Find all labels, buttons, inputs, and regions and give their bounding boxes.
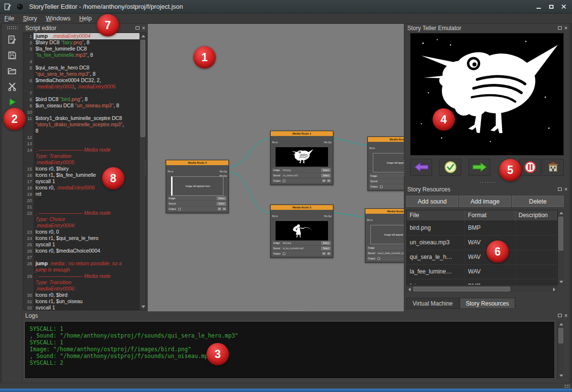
script-line[interactable]: 13 (24, 140, 139, 147)
app-menu-icon[interactable] (3, 2, 12, 11)
node-output-checkbox[interactable] (178, 208, 181, 210)
float-dock-icon[interactable] (558, 26, 562, 30)
scrollbar-thumb[interactable] (140, 40, 145, 137)
script-line[interactable]: 7 (24, 90, 139, 96)
script-line[interactable]: Type: Transition (24, 153, 139, 159)
pin-out[interactable]: Pin Out (324, 141, 331, 144)
script-line[interactable]: 27 (24, 254, 139, 260)
save-button[interactable] (5, 49, 19, 62)
pin-in[interactable]: Pin In (369, 147, 375, 150)
script-line[interactable]: "story1_drako_luminelle_sceptre.mp3", (24, 121, 139, 128)
media-node[interactable]: Media Node 4Pin InPin OutPin OutImage wi… (166, 160, 229, 213)
add-image-button[interactable]: Add image (459, 196, 511, 207)
float-dock-icon[interactable] (558, 314, 562, 317)
pin-in[interactable]: Pin In (272, 141, 278, 144)
float-dock-icon[interactable] (558, 187, 562, 191)
script-line[interactable]: 25syscall 1 (24, 241, 139, 248)
logs-output[interactable]: SYSCALL: 1, Sound: "/home/anthony/ostpro… (24, 321, 555, 379)
close-project-button[interactable] (5, 80, 19, 93)
script-line[interactable]: 11$story1_drako_luminelle_sceptre DC8 (24, 115, 139, 121)
script-line[interactable]: .mediaEntry0005: (24, 159, 139, 166)
node-output-checkbox[interactable] (378, 257, 380, 260)
script-line[interactable]: 8$bird DC8 "bird.png", 8 (24, 96, 139, 102)
script-line[interactable]: 29; -------------------------- Media nod… (24, 273, 139, 279)
script-line[interactable]: 5$qui_sera_le_hero DC8 (24, 65, 139, 71)
column-header-description[interactable]: Description (516, 210, 557, 221)
splitter-handle[interactable] (288, 309, 305, 312)
script-line[interactable]: 19ret (24, 191, 139, 197)
next-button[interactable] (468, 159, 490, 176)
script-line[interactable]: 30lcons r0, $bird (24, 292, 139, 298)
script-line[interactable]: 28jump .media ; no return possible, so a (24, 260, 139, 267)
node-output-checkbox[interactable] (283, 180, 285, 182)
close-dock-icon[interactable]: × (564, 313, 568, 319)
script-line[interactable]: "qui_sera_le_hero.mp3", 8 (24, 71, 139, 77)
node-output-checkbox[interactable] (283, 253, 285, 255)
node-sound-select-button[interactable]: Select (217, 202, 226, 205)
script-line[interactable]: 9$un_oiseau DC8 "un_oiseau.mp3", 8 (24, 102, 139, 109)
script-line[interactable]: jump is enough (24, 267, 139, 273)
script-line[interactable]: 4 (24, 58, 139, 65)
maximize-button[interactable] (545, 2, 557, 12)
node-image-select-button[interactable]: Select (321, 241, 330, 245)
resource-row[interactable]: un_oiseau.mp3WAV (407, 236, 557, 250)
resize-grip[interactable] (564, 384, 570, 389)
script-line[interactable]: 18lcons r0, .mediaEntry0006 (24, 185, 139, 191)
node-output-checkbox[interactable] (380, 186, 382, 188)
script-line[interactable]: 14; -------------------------- Media nod… (24, 147, 139, 153)
resource-row[interactable]: fairy.pngBMP (407, 279, 557, 285)
script-line[interactable]: "la_fee_luminelle.mp3", 8 (24, 52, 139, 58)
menu-story[interactable]: Story (18, 14, 41, 23)
script-line[interactable]: 26lcons r0, $mediaChoice0004 (24, 248, 139, 254)
resources-hscrollbar[interactable] (406, 286, 557, 292)
script-line[interactable]: .mediaEntry0006: (24, 286, 139, 292)
close-button[interactable]: ✕ (557, 2, 570, 12)
column-header-format[interactable]: Format (465, 210, 516, 221)
script-line[interactable]: 8 (24, 128, 139, 134)
logs-scrollbar[interactable] (557, 321, 564, 379)
script-line[interactable]: 6$mediaChoice0004 DC32, 2, (24, 77, 139, 84)
splitter-handle[interactable] (479, 181, 496, 184)
tab-story-resources[interactable]: Story Resources (460, 298, 516, 309)
script-line[interactable]: 20 (24, 197, 139, 204)
script-line[interactable]: 16lcons r1, $la_fee_luminelle (24, 172, 139, 178)
media-node[interactable]: Media Node 5Pin InPin OutImagefairy.pngS… (270, 205, 333, 258)
minimize-button[interactable] (532, 2, 545, 12)
delete-button[interactable]: Delete (512, 196, 564, 207)
column-header-file[interactable]: File (407, 210, 465, 221)
close-dock-icon[interactable]: × (564, 25, 568, 31)
open-button[interactable] (5, 64, 19, 78)
pin-in[interactable]: Pin In (367, 219, 373, 222)
script-line[interactable]: 15lcons r0, $fairy (24, 166, 139, 172)
prev-button[interactable] (410, 159, 432, 176)
script-line[interactable]: .mediaEntry0004: (24, 222, 139, 229)
menu-file[interactable]: File (0, 14, 18, 23)
pin-out[interactable]: Pin Out (324, 215, 331, 218)
media-node[interactable]: Media Node 1Pin InPin OutImagebird.pngSe… (270, 131, 333, 185)
node-canvas[interactable]: Media Node 4Pin InPin OutPin OutImage wi… (147, 24, 404, 311)
pin-in[interactable]: Pin In (168, 170, 173, 173)
float-dock-icon[interactable] (136, 26, 139, 30)
resources-vscrollbar[interactable] (557, 210, 564, 285)
script-line[interactable]: 21 (24, 204, 139, 210)
resource-row[interactable]: bird.pngBMP (407, 221, 557, 236)
toolbar-grip[interactable] (7, 26, 17, 29)
script-line[interactable]: 23lcons r0, 0 (24, 229, 139, 235)
media-node[interactable]: Media Node 3Pin InPin OutImage will appe… (365, 208, 404, 263)
node-sound-select-button[interactable]: Select (321, 247, 330, 250)
script-line[interactable]: 32syscall 1 (24, 305, 139, 310)
pin-out[interactable]: Pin Out (220, 170, 227, 173)
home-button[interactable] (542, 159, 564, 176)
close-dock-icon[interactable]: × (564, 187, 568, 192)
script-editor[interactable]: 1jump .mediaEntry00042$fairy DC8 "fairy.… (23, 33, 146, 310)
menu-help[interactable]: Help (75, 14, 96, 23)
node-image-select-button[interactable]: Select (321, 169, 330, 172)
script-line[interactable]: 3$la_fee_luminelle DC8 (24, 46, 139, 52)
tab-virtual-machine[interactable]: Virtual Machine (406, 298, 459, 309)
script-line[interactable]: 1jump .mediaEntry0004 (24, 33, 139, 39)
menu-windows[interactable]: Windows (41, 14, 75, 23)
script-line[interactable]: 31lcons r1, $un_oiseau (24, 298, 139, 305)
resource-row[interactable]: la_fee_lumine…WAV (407, 265, 557, 279)
add-sound-button[interactable]: Add sound (406, 196, 458, 207)
script-line[interactable]: 22; -------------------------- Media nod… (24, 210, 139, 216)
